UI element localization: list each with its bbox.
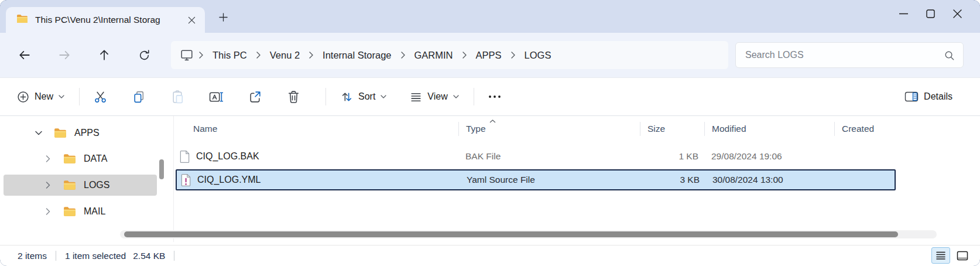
folder-icon (63, 154, 76, 164)
new-button-label: New (35, 91, 53, 102)
chevron-right-icon (254, 52, 263, 59)
paste-button[interactable] (164, 84, 191, 109)
chevron-right-icon[interactable] (46, 208, 52, 215)
file-size: 3 KB (641, 175, 705, 185)
yaml-file-icon (180, 173, 191, 187)
view-button[interactable]: View (402, 84, 466, 109)
sidebar-item-data[interactable]: DATA (4, 149, 157, 169)
sort-button-label: Sort (358, 91, 375, 102)
horizontal-scrollbar[interactable] (120, 230, 937, 238)
tab-strip: This PC\Venu 2\Internal Storag (0, 0, 980, 33)
details-pane-icon (904, 91, 919, 103)
chevron-right-icon[interactable] (46, 155, 52, 162)
selection-count: 1 item selected (65, 251, 126, 261)
chevron-right-icon (460, 52, 469, 59)
breadcrumb-item-logs[interactable]: LOGS (518, 46, 558, 64)
toolbar-separator (325, 88, 326, 105)
sort-ascending-caret-icon (489, 115, 496, 125)
window-controls (890, 1, 971, 26)
chevron-right-icon[interactable] (46, 182, 52, 189)
view-toggles (931, 247, 972, 264)
chevron-right-icon (197, 52, 205, 59)
view-button-label: View (427, 91, 447, 102)
new-tab-button[interactable] (214, 8, 232, 26)
column-header-row: Name Type Size Modified Created (176, 118, 896, 139)
chevron-down-icon (381, 95, 386, 98)
refresh-button[interactable] (130, 42, 158, 68)
folder-icon (16, 14, 28, 26)
back-button[interactable] (11, 42, 39, 68)
details-pane-label: Details (924, 91, 952, 102)
breadcrumb-item-garmin[interactable]: GARMIN (407, 46, 460, 64)
breadcrumb-item-apps[interactable]: APPS (469, 46, 509, 64)
status-separator (56, 251, 56, 261)
breadcrumb-item-venu-2[interactable]: Venu 2 (263, 46, 307, 64)
folder-icon (63, 206, 76, 217)
breadcrumb-item-internal-storage[interactable]: Internal Storage (316, 46, 398, 64)
sidebar-item-mail[interactable]: MAIL (4, 202, 157, 221)
file-modified: 30/08/2024 13:00 (705, 175, 835, 185)
file-row-ciq-log-bak[interactable]: CIQ_LOG.BAK BAK File 1 KB 29/08/2024 19:… (176, 146, 896, 166)
view-lines-icon (410, 91, 422, 103)
this-pc-icon[interactable] (180, 49, 193, 62)
column-header-modified[interactable]: Modified (704, 122, 834, 136)
cut-button[interactable] (87, 84, 114, 109)
up-button[interactable] (90, 42, 118, 68)
delete-button[interactable] (280, 84, 307, 109)
chevron-down-icon[interactable] (35, 131, 43, 135)
horizontal-scrollbar-thumb[interactable] (124, 231, 898, 237)
close-button[interactable] (944, 1, 971, 26)
folder-icon (63, 180, 76, 190)
search-input[interactable] (745, 50, 944, 60)
navigation-bar: This PC Venu 2 Internal Storage GARMIN A… (0, 33, 980, 77)
file-name: CIQ_LOG.YML (197, 175, 261, 185)
column-header-created[interactable]: Created (834, 122, 896, 136)
share-button[interactable] (241, 84, 268, 109)
sort-arrows-icon (341, 91, 353, 103)
sidebar-divider (173, 116, 174, 242)
column-header-name[interactable]: Name (176, 122, 458, 136)
details-pane-button[interactable]: Details (897, 84, 960, 109)
breadcrumb: This PC Venu 2 Internal Storage GARMIN A… (171, 41, 728, 69)
search-icon[interactable] (944, 50, 955, 61)
breadcrumb-item-this-pc[interactable]: This PC (205, 46, 254, 64)
column-header-size[interactable]: Size (640, 122, 704, 136)
tab-title: This PC\Venu 2\Internal Storag (35, 15, 184, 25)
sidebar-item-label: DATA (84, 154, 107, 164)
more-options-button[interactable] (481, 84, 508, 109)
sidebar-item-apps[interactable]: APPS (4, 123, 157, 143)
items-count: 2 items (18, 251, 47, 261)
file-size: 1 KB (640, 151, 704, 162)
new-button[interactable]: New (9, 84, 72, 109)
copy-button[interactable] (125, 84, 152, 109)
toolbar-separator (79, 88, 80, 105)
command-toolbar: New (0, 77, 980, 116)
sidebar-item-logs[interactable]: LOGS (4, 175, 157, 196)
search-box (735, 42, 964, 68)
explorer-tab[interactable]: This PC\Venu 2\Internal Storag (6, 7, 205, 33)
column-header-type[interactable]: Type (458, 122, 640, 136)
file-type: Yaml Source File (460, 175, 641, 185)
maximize-button[interactable] (917, 1, 944, 26)
details-view-toggle[interactable] (931, 247, 950, 264)
status-bar: 2 items 1 item selected 2.54 KB (0, 245, 980, 266)
rename-button[interactable] (203, 84, 229, 109)
sidebar-item-label: MAIL (84, 206, 105, 217)
file-explorer-window: This PC\Venu 2\Internal Storag (0, 0, 980, 266)
tab-close-icon[interactable] (184, 12, 199, 28)
chevron-down-icon (453, 95, 459, 98)
thumbnail-view-toggle[interactable] (953, 247, 972, 264)
forward-button[interactable] (50, 42, 78, 68)
toolbar-separator (474, 88, 474, 105)
file-name: CIQ_LOG.BAK (196, 151, 259, 162)
sidebar-item-label: LOGS (84, 180, 109, 190)
sort-button[interactable]: Sort (333, 84, 394, 109)
plus-circle-icon (17, 91, 29, 103)
sidebar-scrollbar-thumb[interactable] (159, 159, 164, 179)
sidebar-item-label: APPS (74, 128, 100, 138)
minimize-button[interactable] (890, 1, 917, 26)
chevron-down-icon (59, 95, 64, 98)
content-area: APPS DATA LOGS (0, 116, 980, 245)
file-type: BAK File (458, 151, 640, 162)
file-row-ciq-log-yml[interactable]: CIQ_LOG.YML Yaml Source File 3 KB 30/08/… (176, 169, 896, 190)
